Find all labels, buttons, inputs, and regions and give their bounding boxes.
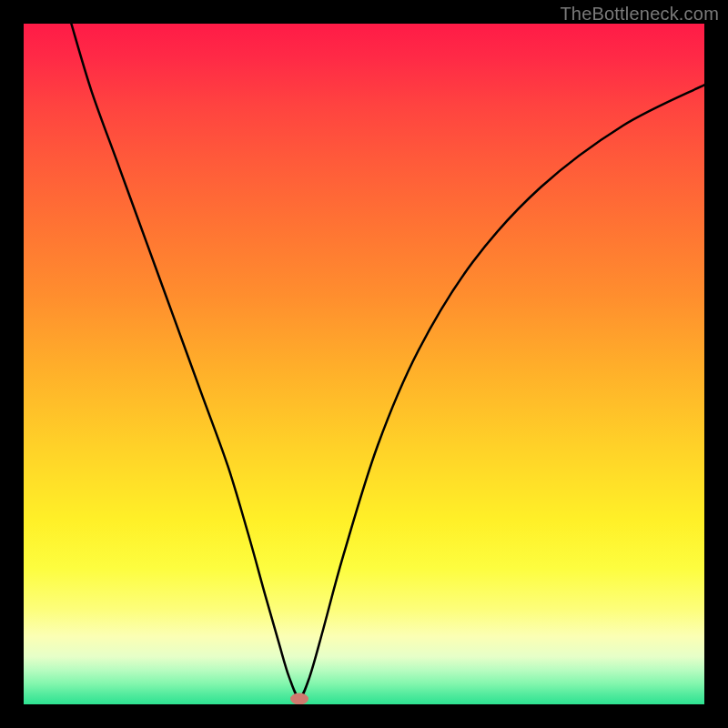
heat-gradient-background — [24, 24, 704, 704]
plot-area — [24, 24, 704, 704]
watermark-text: TheBottleneck.com — [560, 4, 719, 25]
optimum-marker — [290, 693, 308, 704]
chart-frame: TheBottleneck.com — [0, 0, 728, 728]
